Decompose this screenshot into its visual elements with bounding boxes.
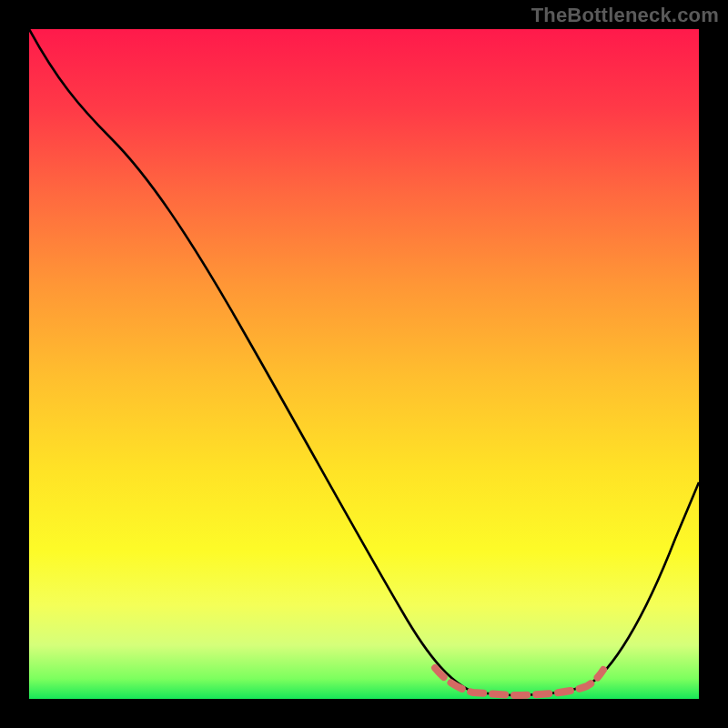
plot-area: [29, 29, 699, 699]
bottleneck-curve: [29, 29, 699, 695]
highlight-segment: [435, 668, 603, 695]
chart-container: TheBottleneck.com: [0, 0, 728, 728]
curve-svg: [29, 29, 699, 699]
watermark-text: TheBottleneck.com: [531, 4, 719, 27]
